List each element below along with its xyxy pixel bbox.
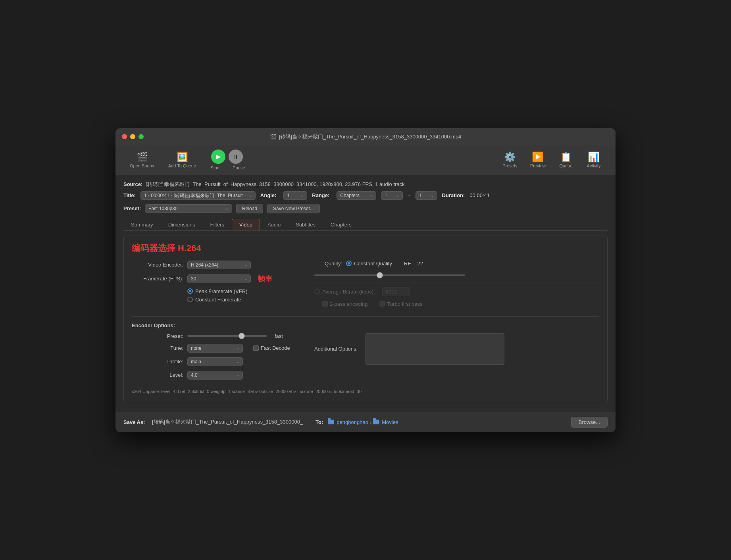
start-pause-labels: Start Pause <box>208 165 246 170</box>
window-title: 🎬 [转码]当幸福来敲门_The_Pursuit_of_Happyness_31… <box>270 133 462 140</box>
source-value: [转码]当幸福来敲门_The_Pursuit_of_Happyness_3158… <box>146 181 405 188</box>
level-label: Level: <box>132 372 183 378</box>
tab-filters[interactable]: Filters <box>203 219 232 230</box>
enc-preset-slider[interactable] <box>187 335 267 337</box>
encoder-select-wrapper: H.264 (x264) <box>187 261 251 269</box>
preview-button[interactable]: ▶️ Preview <box>524 151 552 170</box>
tab-summary[interactable]: Summary <box>123 219 161 230</box>
save-preset-button[interactable]: Save New Preset... <box>267 204 320 213</box>
video-panel: 编码器选择 H.264 Video Encoder: H.264 (x264) <box>123 236 608 402</box>
title-select[interactable]: 1 - 00:00:41 - [转码]当幸福来敲门_The_Pursuit_of… <box>140 191 256 200</box>
profile-row: Profile: main <box>132 357 290 366</box>
rf-label: RF <box>404 261 411 267</box>
preset-select-wrapper: Fast 1080p30 <box>145 204 232 213</box>
title-label: Title: <box>123 192 136 198</box>
range-from-select[interactable]: 1 <box>381 191 403 200</box>
to-label: To: <box>315 419 323 425</box>
turbo-checkbox-box <box>379 301 385 307</box>
angle-select[interactable]: 1 <box>283 191 307 200</box>
range-type-wrapper: Chapters <box>337 191 376 200</box>
additional-options-textarea[interactable] <box>366 333 504 365</box>
minimize-button[interactable] <box>130 134 135 139</box>
start-button[interactable]: ▶ <box>211 150 225 164</box>
presets-button[interactable]: ⚙️ Presets <box>496 151 524 170</box>
constant-framerate-radio[interactable]: Constant Framerate <box>187 297 298 303</box>
open-source-icon: 🎬 <box>137 152 148 162</box>
fps-select[interactable]: 30 <box>187 274 251 283</box>
rf-value: 22 <box>417 261 423 267</box>
encoder-select[interactable]: H.264 (x264) <box>187 261 251 269</box>
annotation-encoder: 编码器选择 H.264 <box>132 242 599 254</box>
tab-subtitles[interactable]: Subtitles <box>288 219 323 230</box>
save-as-label: Save As: <box>123 419 147 425</box>
rf-slider[interactable] <box>314 274 465 276</box>
title-row: Title: 1 - 00:00:41 - [转码]当幸福来敲门_The_Pur… <box>123 191 608 200</box>
tab-chapters[interactable]: Chapters <box>323 219 359 230</box>
encoder-label: Video Encoder: <box>132 262 183 268</box>
tune-select[interactable]: none <box>187 344 243 353</box>
range-to-select[interactable]: 1 <box>416 191 437 200</box>
avg-bitrate-radio[interactable]: Average Bitrate (kbps): <box>314 289 375 295</box>
profile-label: Profile: <box>132 359 183 364</box>
unparse-text: x264 Unparse: level=4.0:ref=2:8x8dct=0:w… <box>132 389 599 394</box>
quality-right: Quality: Constant Quality RF 22 <box>314 261 599 312</box>
main-content: Source: [转码]当幸福来敲门_The_Pursuit_of_Happyn… <box>115 175 616 412</box>
preview-icon: ▶️ <box>532 152 544 162</box>
preset-row: Preset: Fast 1080p30 Reload Save New Pre… <box>123 204 608 213</box>
constant-quality-radio[interactable]: Constant Quality <box>346 261 392 267</box>
save-as-value: [转码]当幸福来敲门_The_Pursuit_of_Happyness_3158… <box>152 418 303 426</box>
path-arrow: › <box>370 419 371 425</box>
range-dash: – <box>408 192 410 198</box>
rf-slider-row <box>314 271 599 277</box>
turbo-checkbox[interactable]: Turbo first pass <box>379 301 422 307</box>
peak-framerate-radio[interactable]: Peak Framerate (VFR) <box>187 288 298 294</box>
angle-select-wrapper: 1 <box>283 191 307 200</box>
queue-button[interactable]: 📋 Queue <box>552 151 580 170</box>
constant-framerate-radio-dot <box>187 297 193 302</box>
level-row: Level: 4.0 <box>132 371 290 380</box>
level-select[interactable]: 4.0 <box>187 371 243 380</box>
fps-select-wrapper: 30 <box>187 274 251 283</box>
tabs-bar: Summary Dimensions Filters Video Audio S… <box>123 219 608 231</box>
title-select-wrapper: 1 - 00:00:41 - [转码]当幸福来敲门_The_Pursuit_of… <box>140 191 256 200</box>
duration-label: Duration: <box>442 192 465 198</box>
encoder-options-right: Additional Options: <box>314 333 504 384</box>
encoder-options-cols: Preset: fast Tune: none <box>132 333 599 384</box>
tab-video[interactable]: Video <box>232 219 260 230</box>
bottom-bar: Save As: [转码]当幸福来敲门_The_Pursuit_of_Happy… <box>115 412 616 432</box>
start-pause-buttons: ▶ ⏸ <box>211 150 243 164</box>
angle-label: Angle: <box>260 192 276 198</box>
queue-icon: 📋 <box>560 152 572 162</box>
range-type-select[interactable]: Chapters <box>337 191 376 200</box>
reload-button[interactable]: Reload <box>236 204 263 213</box>
activity-button[interactable]: 📊 Activity <box>580 151 608 170</box>
tab-audio[interactable]: Audio <box>260 219 288 230</box>
framerate-radio-group: Peak Framerate (VFR) Constant Framerate <box>187 288 298 303</box>
pause-button[interactable]: ⏸ <box>229 150 243 164</box>
activity-icon: 📊 <box>588 152 600 162</box>
tab-dimensions[interactable]: Dimensions <box>161 219 203 230</box>
profile-select[interactable]: main <box>187 357 243 366</box>
range-to-wrapper: 1 <box>416 191 437 200</box>
start-pause-group: ▶ ⏸ Start Pause <box>202 149 252 172</box>
tune-select-wrapper: none <box>187 344 243 353</box>
quality-row: Quality: Constant Quality RF 22 <box>314 261 599 267</box>
enc-preset-row: Preset: fast <box>132 333 290 339</box>
add-to-queue-button[interactable]: 🖼️ Add To Queue <box>162 151 202 170</box>
avg-bitrate-input[interactable] <box>382 287 410 296</box>
encoder-left: Video Encoder: H.264 (x264) Framerate (F… <box>132 261 298 312</box>
encoder-options-left: Preset: fast Tune: none <box>132 333 290 384</box>
open-source-button[interactable]: 🎬 Open Source <box>123 151 162 170</box>
framerate-form-row: Framerate (FPS): 30 帧率 <box>132 274 298 284</box>
duration-value: 00:00:41 <box>469 192 490 198</box>
source-label: Source: <box>123 181 143 187</box>
maximize-button[interactable] <box>139 134 144 139</box>
browse-button[interactable]: Browse... <box>571 417 608 428</box>
add-queue-label: Add To Queue <box>168 163 196 168</box>
twopass-checkbox[interactable]: 2-pass encoding <box>322 301 367 307</box>
close-button[interactable] <box>122 134 127 139</box>
additional-options-row: Additional Options: <box>314 333 504 365</box>
path-display: penghonghao › Movies <box>328 419 398 425</box>
fast-decode-checkbox[interactable]: Fast Decode <box>253 345 290 351</box>
preset-select[interactable]: Fast 1080p30 <box>145 204 232 213</box>
